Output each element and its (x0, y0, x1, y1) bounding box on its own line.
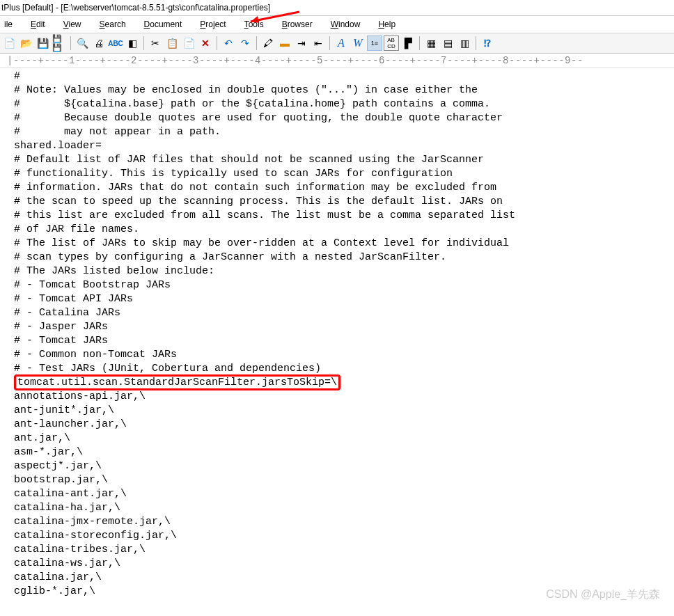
spellcheck-icon[interactable]: ABC (108, 35, 123, 51)
delete-icon[interactable]: ✕ (198, 35, 213, 51)
open-icon[interactable]: 📂 (18, 35, 33, 51)
new-icon[interactable]: 📄 (1, 35, 17, 51)
wordwrap-icon[interactable]: W (350, 35, 366, 51)
code-line[interactable]: # (0, 70, 674, 84)
menu-search[interactable]: Search (97, 18, 129, 31)
panel3-icon[interactable]: ▥ (457, 35, 472, 51)
separator (419, 36, 420, 50)
code-line[interactable]: # - Jasper JARs (0, 320, 674, 334)
menu-edit[interactable]: Edit (28, 18, 48, 31)
code-line[interactable]: # - Catalina JARs (0, 306, 674, 320)
preview-icon[interactable]: 🔍 (75, 35, 90, 51)
code-line[interactable]: # functionality. This is typically used … (0, 167, 674, 181)
highlight-icon[interactable]: 🖍 (260, 35, 276, 51)
code-line[interactable]: aspectj*.jar,\ (0, 459, 674, 473)
code-line[interactable]: # The list of JARs to skip may be over-r… (0, 237, 674, 251)
code-line[interactable]: # Because double quotes are used for quo… (0, 111, 674, 125)
code-line[interactable]: # information. JARs that do not contain … (0, 181, 674, 195)
menu-browser[interactable]: Browser (279, 18, 315, 31)
code-line[interactable]: catalina-tribes.jar,\ (0, 543, 674, 557)
code-line[interactable]: # - Tomcat Bootstrap JARs (0, 278, 674, 292)
font-icon[interactable]: A (334, 35, 349, 51)
separator (256, 36, 257, 50)
code-line[interactable]: # Default list of JAR files that should … (0, 153, 674, 167)
code-line[interactable]: tomcat.util.scan.StandardJarScanFilter.j… (0, 376, 674, 390)
code-line[interactable]: # The JARs listed below include: (0, 264, 674, 278)
separator (476, 36, 476, 50)
highlighted-line: tomcat.util.scan.StandardJarScanFilter.j… (14, 374, 340, 390)
separator (329, 36, 330, 50)
menu-project[interactable]: Project (197, 18, 228, 31)
code-line[interactable]: ant.jar,\ (0, 432, 674, 445)
undo-icon[interactable]: ↶ (221, 35, 236, 51)
separator (143, 36, 144, 50)
outdent-icon[interactable]: ⇤ (311, 35, 326, 51)
save-icon[interactable]: 💾 (35, 35, 50, 51)
indent-icon[interactable]: ⇥ (294, 35, 309, 51)
fill-icon[interactable]: ▬ (277, 35, 292, 51)
menu-bar: ile Edit View Search Document Project To… (0, 16, 674, 33)
menu-help[interactable]: Help (375, 18, 398, 31)
code-line[interactable]: # scan types by configuring a JarScanner… (0, 251, 674, 264)
paste-icon[interactable]: 📄 (181, 35, 196, 51)
code-line[interactable]: # the scan to speed up the scanning proc… (0, 195, 674, 209)
print-icon[interactable]: 🖨 (91, 35, 107, 51)
code-line[interactable]: catalina-ha.jar,\ (0, 501, 674, 515)
panel1-icon[interactable]: ▦ (423, 35, 439, 51)
text-editor[interactable]: ## Note: Values may be enclosed in doubl… (0, 68, 674, 600)
code-line[interactable]: # - Tomcat JARs (0, 334, 674, 348)
code-line[interactable]: annotations-api.jar,\ (0, 390, 674, 404)
menu-window[interactable]: Window (328, 18, 363, 31)
saveall-icon[interactable]: 💾💾 (52, 35, 67, 51)
toggle-icon[interactable]: ◧ (125, 35, 140, 51)
code-line[interactable]: # - Tomcat API JARs (0, 292, 674, 306)
code-line[interactable]: # ${catalina.base} path or the ${catalin… (0, 97, 674, 111)
code-line[interactable]: shared.loader= (0, 139, 674, 153)
separator (217, 36, 217, 50)
linenum-icon[interactable]: 1≡ (367, 35, 382, 51)
menu-file[interactable]: ile (1, 18, 15, 31)
code-line[interactable]: bootstrap.jar,\ (0, 473, 674, 487)
code-line[interactable]: catalina-ws.jar,\ (0, 557, 674, 571)
menu-document[interactable]: Document (141, 18, 185, 31)
cut-icon[interactable]: ✂ (148, 35, 163, 51)
separator (70, 36, 71, 50)
copy-icon[interactable]: 📋 (164, 35, 180, 51)
code-line[interactable]: cglib-*.jar,\ (0, 585, 674, 599)
toolbar: 📄 📂 💾 💾💾 🔍 🖨 ABC ◧ ✂ 📋 📄 ✕ ↶ ↷ 🖍 ▬ ⇥ ⇤ A… (0, 33, 674, 54)
code-line[interactable]: ant-junit*.jar,\ (0, 404, 674, 418)
column-ruler: |----+----1----+----2----+----3----+----… (0, 54, 674, 68)
code-line[interactable]: catalina-storeconfig.jar,\ (0, 529, 674, 543)
code-line[interactable]: catalina-jmx-remote.jar,\ (0, 515, 674, 529)
code-line[interactable]: # - Common non-Tomcat JARs (0, 348, 674, 362)
code-line[interactable]: # of JAR file names. (0, 223, 674, 237)
code-line[interactable]: asm-*.jar,\ (0, 445, 674, 459)
help-icon[interactable]: ⁉ (480, 35, 495, 51)
code-line[interactable]: # may not appear in a path. (0, 125, 674, 139)
code-line[interactable]: ant-launcher.jar,\ (0, 418, 674, 432)
code-line[interactable]: catalina.jar,\ (0, 571, 674, 585)
code-line[interactable]: # Note: Values may be enclosed in double… (0, 84, 674, 97)
panel2-icon[interactable]: ▤ (440, 35, 455, 51)
menu-view[interactable]: View (61, 18, 84, 31)
window-title: tPlus [Default] - [E:\webserver\tomcat-8… (0, 0, 674, 16)
code-line[interactable]: # - Test JARs (JUnit, Cobertura and depe… (0, 362, 674, 376)
redo-icon[interactable]: ↷ (237, 35, 253, 51)
code-line[interactable]: catalina-ant.jar,\ (0, 487, 674, 501)
marker-icon[interactable]: ▛ (400, 35, 416, 51)
code-line[interactable]: # this list are excluded from all scans.… (0, 209, 674, 223)
ruler-icon[interactable]: ABCD (384, 35, 399, 51)
menu-tools[interactable]: Tools (242, 18, 267, 31)
